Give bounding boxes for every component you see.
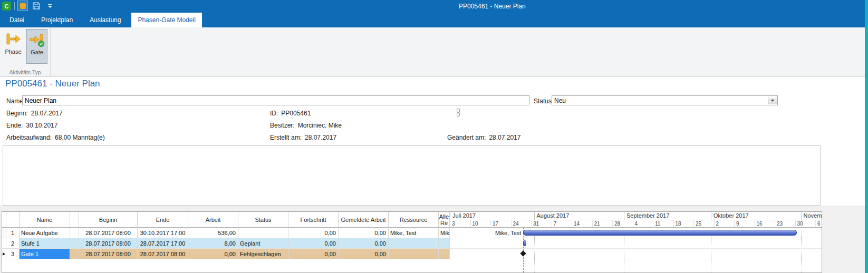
grid-header-row: Name Beginn Ende Arbeit Status Fortschri… bbox=[2, 212, 450, 228]
cell-ressource[interactable]: Mike, Test bbox=[389, 228, 439, 238]
cell-gemeldete-arbeit[interactable]: 0,00 bbox=[339, 249, 389, 259]
cell-status[interactable]: Fehlgeschlagen bbox=[238, 249, 288, 259]
row-marker-icon bbox=[3, 252, 5, 256]
arbeitsaufwand-field: Arbeitsaufwand:68,00 Manntag(e) bbox=[6, 134, 105, 141]
table-row: 2 Stufe 1 28.07.2017 08:00 28.07.2017 17… bbox=[2, 238, 450, 249]
ende-value: 30.10.2017 bbox=[26, 122, 57, 129]
cell-fortschritt[interactable]: 0,00 bbox=[288, 249, 339, 259]
ende-field: Ende:30.10.2017 bbox=[6, 122, 57, 129]
qat-dropdown-bar-icon bbox=[48, 4, 52, 5]
row-number[interactable]: 3 bbox=[6, 249, 20, 259]
cell-arbeit[interactable]: 536,00 bbox=[188, 228, 238, 238]
save-button[interactable] bbox=[32, 2, 41, 10]
qat-customize-dropdown[interactable] bbox=[47, 4, 52, 8]
gantt-milestone[interactable] bbox=[520, 250, 526, 256]
gate-button[interactable]: Gate bbox=[26, 29, 47, 64]
cell-info[interactable] bbox=[70, 238, 79, 249]
gantt-month-label: Novembe bbox=[801, 212, 822, 220]
cell-ressource[interactable] bbox=[389, 238, 439, 249]
current-row-marker[interactable] bbox=[2, 249, 6, 259]
tab-bar: Datei Projektplan Auslastung Phasen-Gate… bbox=[3, 13, 202, 27]
task-grid: Name Beginn Ende Arbeit Status Fortschri… bbox=[2, 211, 822, 273]
header-ressource[interactable]: Ressource bbox=[389, 212, 439, 228]
cell-status[interactable]: Geplant bbox=[238, 238, 288, 249]
tab-phasen-gate-modell[interactable]: Phasen-Gate Modell bbox=[131, 13, 201, 27]
gantt-day-label: 23 bbox=[775, 220, 795, 228]
cell-alle-ressourcen[interactable]: Mik bbox=[439, 228, 450, 238]
ende-label: Ende: bbox=[6, 122, 23, 129]
cell-alle-ressourcen[interactable] bbox=[439, 249, 450, 259]
header-selector[interactable] bbox=[2, 212, 6, 228]
row-number[interactable]: 2 bbox=[6, 238, 20, 249]
cell-gemeldete-arbeit[interactable]: 0,00 bbox=[339, 238, 389, 249]
gantt-day-label: 10 bbox=[470, 220, 491, 228]
cell-ende[interactable]: 28.07.2017 08:00 bbox=[138, 249, 188, 259]
titlebar: C PP005461 - Neuer Plan Datei Projektpla… bbox=[0, 0, 868, 27]
status-value: Neu bbox=[554, 97, 566, 104]
erstellt-am-field: Erstellt am:28.07.2017 bbox=[270, 134, 336, 141]
header-fortschritt[interactable]: Fortschritt bbox=[288, 212, 339, 228]
row-number[interactable]: 1 bbox=[6, 228, 20, 238]
gantt-bar[interactable] bbox=[523, 230, 797, 236]
besitzer-label: Besitzer: bbox=[270, 122, 295, 129]
gantt-day-label: 7 bbox=[552, 220, 572, 228]
header-name[interactable]: Name bbox=[20, 212, 70, 228]
header-arbeit[interactable]: Arbeit bbox=[188, 212, 238, 228]
cell-name[interactable]: Neue Aufgabe bbox=[20, 228, 70, 238]
row-selector[interactable] bbox=[2, 228, 6, 238]
gate-button-label: Gate bbox=[27, 49, 47, 55]
header-ende[interactable]: Ende bbox=[138, 212, 188, 228]
gantt-day-label: 2 bbox=[714, 220, 735, 228]
gantt-day-label: 4 bbox=[633, 220, 653, 228]
gantt-day-label: 6 bbox=[815, 220, 822, 228]
gantt-day-label: 24 bbox=[511, 220, 532, 228]
row-selector[interactable] bbox=[2, 238, 6, 249]
cell-info[interactable] bbox=[70, 228, 79, 238]
header-gemeldete-arbeit[interactable]: Gemeldete Arbeit bbox=[339, 212, 389, 228]
cell-status[interactable] bbox=[238, 228, 288, 238]
status-label: Status bbox=[534, 97, 552, 105]
gantt-day-label: 18 bbox=[673, 220, 694, 228]
cell-arbeit[interactable]: 8,00 bbox=[188, 238, 238, 249]
cell-fortschritt[interactable]: 0,00 bbox=[288, 228, 339, 238]
cell-fortschritt[interactable]: 0,00 bbox=[288, 238, 339, 249]
ribbon-group-label: Aktivitäts-Typ bbox=[0, 70, 50, 75]
qat-publish-button[interactable] bbox=[17, 1, 28, 11]
cell-alle-ressourcen[interactable] bbox=[439, 238, 450, 249]
cell-ressource[interactable] bbox=[389, 249, 439, 259]
gantt-day-label: 14 bbox=[572, 220, 592, 228]
header-rownum[interactable] bbox=[6, 212, 20, 228]
gantt-month-label: Oktober 2017 bbox=[711, 212, 801, 220]
link-button[interactable] bbox=[456, 108, 461, 119]
tab-datei[interactable]: Datei bbox=[3, 13, 31, 27]
cell-beginn[interactable]: 28.07.2017 08:00 bbox=[79, 228, 138, 238]
cell-ende[interactable]: 30.10.2017 17:00 bbox=[138, 228, 188, 238]
header-status[interactable]: Status bbox=[238, 212, 288, 228]
gantt-bar[interactable] bbox=[523, 240, 526, 246]
cell-beginn[interactable]: 28.07.2017 08:00 bbox=[79, 249, 138, 259]
description-field[interactable] bbox=[3, 145, 821, 206]
cell-name-selected[interactable]: Gate 1 bbox=[20, 249, 70, 259]
tab-projektplan[interactable]: Projektplan bbox=[35, 13, 79, 27]
header-beginn[interactable]: Beginn bbox=[79, 212, 138, 228]
app-logo-icon[interactable]: C bbox=[2, 2, 11, 11]
tab-auslastung[interactable]: Auslastung bbox=[83, 13, 127, 27]
beginn-value: 28.07.2017 bbox=[31, 110, 63, 117]
link-icon bbox=[456, 108, 461, 117]
cell-info[interactable] bbox=[70, 249, 79, 259]
status-dropdown[interactable]: Neu bbox=[552, 95, 778, 105]
name-input[interactable] bbox=[22, 95, 529, 105]
cell-gemeldete-arbeit[interactable]: 0,00 bbox=[339, 228, 389, 238]
cell-arbeit[interactable]: 0,00 bbox=[188, 249, 238, 259]
header-alle-ressourcen[interactable]: Alle Re bbox=[439, 212, 450, 228]
cell-ende[interactable]: 28.07.2017 17:00 bbox=[138, 238, 188, 249]
header-info-col[interactable] bbox=[70, 212, 79, 228]
table-row-selected: 3 Gate 1 28.07.2017 08:00 28.07.2017 08:… bbox=[2, 249, 450, 259]
cell-name[interactable]: Stufe 1 bbox=[20, 238, 70, 249]
gantt-day-label: 17 bbox=[490, 220, 511, 228]
phase-button[interactable]: Phase bbox=[2, 29, 24, 64]
cell-beginn[interactable]: 28.07.2017 08:00 bbox=[79, 238, 138, 249]
gantt-bar-label: Mike, Test bbox=[479, 228, 521, 238]
status-dropdown-button[interactable] bbox=[768, 96, 777, 104]
id-field: ID:PP005461 bbox=[270, 110, 311, 117]
